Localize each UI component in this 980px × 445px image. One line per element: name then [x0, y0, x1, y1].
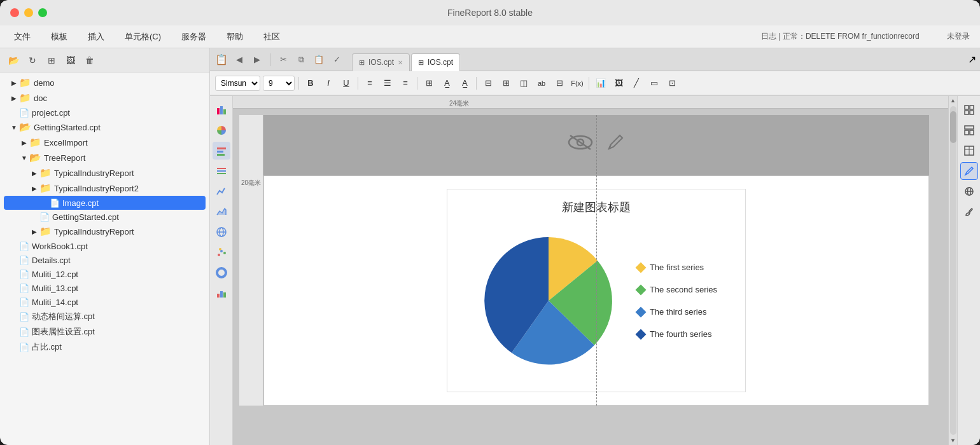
tree-label: 占比.cpt: [32, 341, 62, 353]
lines-icon[interactable]: [213, 162, 230, 180]
brush-icon[interactable]: [960, 203, 978, 221]
grid-button[interactable]: ⊞: [498, 76, 514, 91]
legend-diamond-4: [635, 329, 646, 339]
forward-button[interactable]: ▶: [249, 52, 265, 67]
scroll-down-arrow[interactable]: ▼: [949, 436, 958, 445]
check-button[interactable]: ✓: [329, 52, 344, 67]
font-color-button[interactable]: A̲: [457, 76, 472, 91]
tree-item-dynamic[interactable]: 📄 动态格间运算.cpt: [4, 309, 206, 324]
tree-item-chart-props[interactable]: 📄 图表属性设置.cpt: [4, 324, 206, 339]
copy-button[interactable]: ⧉: [293, 52, 309, 67]
box-button[interactable]: ▭: [647, 76, 662, 91]
align-center-button[interactable]: ☰: [380, 76, 395, 91]
tree-item-typical1[interactable]: ▶ 📁 TypicalIndustryReport: [4, 165, 206, 181]
open-folder-button[interactable]: 📂: [6, 53, 20, 67]
menu-help[interactable]: 帮助: [223, 30, 247, 44]
area-chart-icon[interactable]: [213, 203, 230, 221]
tab-ios2[interactable]: ⊞ IOS.cpt: [411, 53, 460, 71]
canvas-area[interactable]: 24毫米 20毫米: [233, 96, 948, 445]
grid-button[interactable]: ⊞: [45, 53, 59, 67]
tree-item-gettingstarted-folder[interactable]: ▼ 📂 GettingStarted.cpt: [4, 120, 206, 135]
tree-item-excelimport[interactable]: ▶ 📁 ExcelImport: [4, 135, 206, 150]
tree-item-image[interactable]: 📄 Image.cpt: [4, 196, 206, 210]
line-chart-icon[interactable]: [213, 182, 230, 200]
tree-item-ratio[interactable]: 📄 占比.cpt: [4, 339, 206, 355]
menu-cell[interactable]: 单元格(C): [121, 30, 165, 44]
tree-item-workbook[interactable]: 📄 WorkBook1.cpt: [4, 239, 206, 253]
chart-button[interactable]: 📊: [593, 76, 608, 91]
font-size-select[interactable]: 9: [263, 76, 295, 91]
file-icon: 📄: [19, 284, 29, 293]
formula-button[interactable]: F(x): [570, 76, 585, 91]
underline-button[interactable]: U: [339, 76, 354, 91]
cell-format-button[interactable]: ◫: [516, 76, 531, 91]
spreadsheet-icon2: ⊞: [418, 58, 424, 67]
tree-item-typical3[interactable]: ▶ 📁 TypicalIndustryReport: [4, 224, 206, 239]
tree-item-muliti13[interactable]: 📄 Muliti_13.cpt: [4, 281, 206, 295]
donut-icon[interactable]: [213, 264, 230, 282]
tree-label: ExcelImport: [44, 138, 88, 147]
template-icon[interactable]: [960, 121, 978, 139]
refresh-button[interactable]: ↻: [25, 53, 39, 67]
tree-item-muliti12[interactable]: 📄 Muliti_12.cpt: [4, 267, 206, 281]
tree-item-details[interactable]: 📄 Details.cpt: [4, 253, 206, 267]
globe-icon[interactable]: [960, 182, 978, 200]
close-tab-icon[interactable]: ✕: [398, 59, 403, 66]
cut-button[interactable]: ✂: [276, 52, 291, 67]
tab-menu-button[interactable]: ↗: [968, 53, 976, 65]
border-button[interactable]: ⊞: [421, 76, 437, 91]
bar-chart2-icon[interactable]: [213, 142, 230, 160]
bar-chart3-icon[interactable]: [213, 284, 230, 302]
new-tab-button[interactable]: 📋: [214, 52, 229, 67]
tree-item-gettingstarted-file[interactable]: 📄 GettingStarted.cpt: [4, 210, 206, 224]
tree-item-project[interactable]: 📄 project.cpt: [4, 106, 206, 120]
edit-panel-icon[interactable]: [960, 162, 978, 180]
svg-point-12: [218, 254, 220, 256]
close-button[interactable]: [10, 8, 19, 17]
cell-icon[interactable]: [960, 142, 978, 160]
grid-layout-icon[interactable]: [960, 101, 978, 119]
font-select[interactable]: Simsun: [215, 76, 260, 91]
tree-item-treereport[interactable]: ▼ 📂 TreeReport: [4, 150, 206, 165]
separator: [476, 77, 477, 90]
tree-item-demo[interactable]: ▶ 📁 demo: [4, 75, 206, 90]
delete-button[interactable]: 🗑: [83, 53, 97, 67]
image-button[interactable]: 🖼: [611, 76, 626, 91]
menu-template[interactable]: 模板: [47, 30, 71, 44]
image-button[interactable]: 🖼: [64, 53, 78, 67]
bar-chart-icon[interactable]: [213, 101, 230, 119]
svg-rect-2: [223, 109, 226, 114]
tree-item-doc[interactable]: ▶ 📁 doc: [4, 90, 206, 106]
italic-button[interactable]: I: [321, 76, 336, 91]
paste-button[interactable]: 📋: [311, 52, 326, 67]
merge-cells-button[interactable]: ⊟: [480, 76, 496, 91]
scroll-thumb[interactable]: [950, 111, 956, 143]
scroll-up-arrow[interactable]: ▲: [949, 96, 958, 105]
menu-community[interactable]: 社区: [260, 30, 284, 44]
scatter-icon[interactable]: [213, 243, 230, 261]
svg-point-15: [219, 248, 221, 250]
menu-server[interactable]: 服务器: [178, 30, 210, 44]
minimize-button[interactable]: [24, 8, 33, 17]
align-right-button[interactable]: ≡: [398, 76, 413, 91]
back-button[interactable]: ◀: [232, 52, 247, 67]
pie-chart-icon[interactable]: [213, 121, 230, 139]
legend-item-1: The first series: [637, 263, 717, 272]
tree-item-muliti14[interactable]: 📄 Muliti_14.cpt: [4, 295, 206, 309]
fill-color-button[interactable]: A̲: [439, 76, 454, 91]
align-left-button[interactable]: ≡: [362, 76, 377, 91]
text-button[interactable]: ab: [534, 76, 549, 91]
globe-icon[interactable]: [213, 223, 230, 241]
border-box-button[interactable]: ⊡: [664, 76, 680, 91]
maximize-button[interactable]: [38, 8, 47, 17]
tab-ios1[interactable]: ⊞ IOS.cpt ✕: [352, 53, 410, 71]
svg-rect-1: [220, 106, 223, 114]
align-v-button[interactable]: ⊟: [552, 76, 567, 91]
bold-button[interactable]: B: [303, 76, 318, 91]
menu-file[interactable]: 文件: [10, 30, 34, 44]
line-button[interactable]: ╱: [629, 76, 644, 91]
spreadsheet-icon: ⊞: [359, 58, 365, 67]
menu-insert[interactable]: 插入: [84, 30, 108, 44]
tree-item-typical2[interactable]: ▶ 📁 TypicalIndustryReport2: [4, 181, 206, 196]
vertical-scrollbar[interactable]: ▲ ▼: [948, 96, 957, 445]
